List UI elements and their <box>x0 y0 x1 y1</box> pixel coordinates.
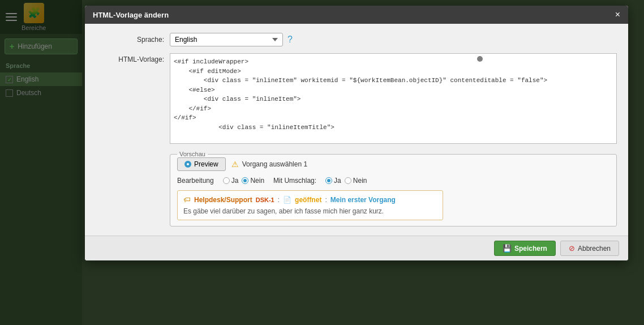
cancel-button[interactable]: ⊘ Abbrechen <box>560 241 619 256</box>
help-icon[interactable]: ? <box>287 35 293 45</box>
sprache-row: Sprache: English Deutsch ? <box>96 33 617 46</box>
preview-card: 🏷 Helpdesk/Support DSK-1 : 📄 geöffnet : … <box>177 190 443 220</box>
mit-umschlag-label: Mit Umschlag: <box>273 177 316 185</box>
umschlag-ja-circle <box>325 177 332 184</box>
bearbeitung-nein-label: Nein <box>250 177 264 185</box>
bearbeitung-ja-label: Ja <box>231 177 239 185</box>
vorschau-container: Vorschau Preview ⚠ Vorgang auswählen 1 B… <box>170 151 617 226</box>
separator2: : <box>325 196 327 204</box>
preview-button[interactable]: Preview <box>177 157 226 171</box>
helpdesk-link[interactable]: Helpdesk/Support <box>194 196 252 204</box>
doc-icon: 📄 <box>283 196 291 204</box>
title-link[interactable]: Mein erster Vorgang <box>330 196 396 204</box>
modal-header: HTML-Vorlage ändern × <box>85 6 628 24</box>
html-vorlage-row: HTML-Vorlage: <#if includeWrapper> <#if … <box>96 53 617 144</box>
language-select[interactable]: English Deutsch <box>170 33 283 46</box>
bearbeitung-nein-circle <box>242 177 248 184</box>
preview-button-label: Preview <box>194 160 218 168</box>
bearbeitung-ja-circle <box>223 177 230 184</box>
umschlag-ja-radio[interactable]: Ja <box>325 177 341 185</box>
status-link[interactable]: geöffnet <box>295 196 321 204</box>
modal-title: HTML-Vorlage ändern <box>93 11 169 19</box>
save-button-label: Speichern <box>514 245 547 253</box>
cancel-icon: ⊘ <box>569 244 575 253</box>
preview-radio-dot <box>184 161 191 168</box>
preview-card-body: Es gäbe viel darüber zu sagen, aber ich … <box>183 207 437 215</box>
save-button[interactable]: 💾 Speichern <box>494 241 556 256</box>
separator1: : <box>278 196 280 204</box>
sprache-label: Sprache: <box>96 36 164 44</box>
modal-body: Sprache: English Deutsch ? HTML-Vorlage:… <box>85 24 628 236</box>
bearbeitung-label: Bearbeitung <box>177 177 214 185</box>
umschlag-nein-radio[interactable]: Nein <box>345 177 367 185</box>
vorschau-legend: Vorschau <box>177 151 208 157</box>
umschlag-nein-circle <box>345 177 351 184</box>
umschlag-ja-label: Ja <box>334 177 341 185</box>
preview-card-header: 🏷 Helpdesk/Support DSK-1 : 📄 geöffnet : … <box>183 195 437 204</box>
save-icon: 💾 <box>503 244 512 253</box>
vorschau-fieldset: Vorschau Preview ⚠ Vorgang auswählen 1 B… <box>170 151 617 226</box>
modal-footer: 💾 Speichern ⊘ Abbrechen <box>85 236 628 260</box>
vorschau-toolbar: Preview ⚠ Vorgang auswählen 1 <box>177 157 609 171</box>
modal-close-button[interactable]: × <box>615 10 620 19</box>
html-vorlage-label: HTML-Vorlage: <box>96 53 164 63</box>
warning-icon: ⚠ <box>231 160 239 169</box>
cancel-button-label: Abbrechen <box>578 245 611 253</box>
dsk-badge: DSK-1 <box>256 196 274 203</box>
bearbeitung-ja-radio[interactable]: Ja <box>223 177 239 185</box>
bearbeitung-radio-group: Ja Nein <box>223 177 264 185</box>
html-vorlage-textarea[interactable]: <#if includeWrapper> <#if editMode> <div… <box>170 53 617 144</box>
modal-dialog: HTML-Vorlage ändern × Sprache: English D… <box>85 6 628 260</box>
options-row: Bearbeitung Ja Nein Mit Umschlag: <box>177 177 609 185</box>
bearbeitung-nein-radio[interactable]: Nein <box>242 177 264 185</box>
umschlag-nein-label: Nein <box>353 177 367 185</box>
vorgang-select-label: Vorgang auswählen 1 <box>242 160 307 168</box>
umschlag-radio-group: Ja Nein <box>325 177 367 185</box>
vorgang-select[interactable]: ⚠ Vorgang auswählen 1 <box>231 160 307 169</box>
tag-icon: 🏷 <box>183 195 191 204</box>
